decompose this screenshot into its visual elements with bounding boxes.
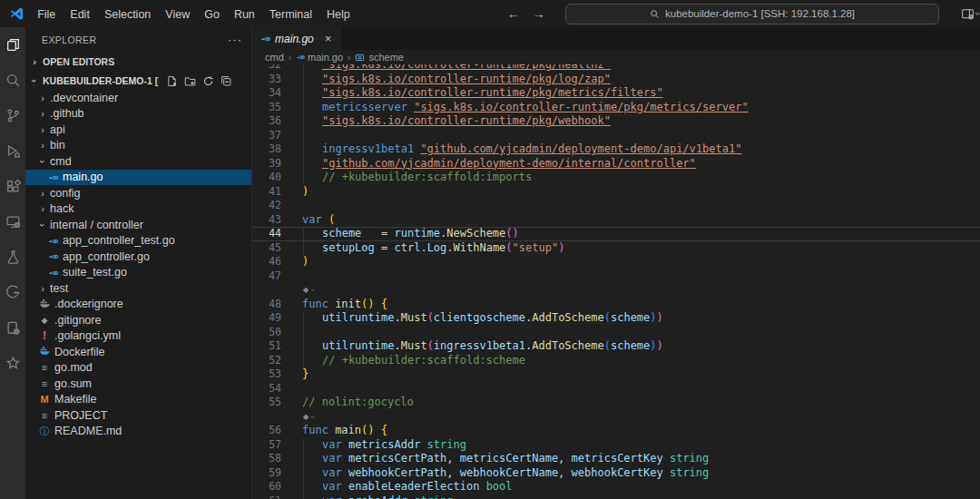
file-go-sum[interactable]: ≡go.sum [25, 376, 251, 392]
folder-label: test [50, 282, 68, 295]
activity-testing[interactable] [0, 240, 25, 275]
activity-tools[interactable] [0, 346, 25, 381]
folder-hack[interactable]: ›hack [25, 201, 251, 218]
code-line[interactable]: 43var ( [252, 213, 980, 228]
folder-config[interactable]: ›config [25, 185, 251, 201]
code-line[interactable]: 61var probeAddr string [252, 494, 980, 499]
makefile-icon: M [40, 394, 48, 405]
code-line[interactable]: 48func init() { [252, 298, 980, 312]
file-go-mod[interactable]: ≡go.mod [25, 360, 251, 377]
more-actions-icon[interactable]: ··· [228, 33, 242, 46]
menu-terminal[interactable]: Terminal [262, 5, 319, 24]
tab-main-go[interactable]: -∞ main.go × [252, 27, 341, 50]
file--gitignore[interactable]: ◆.gitignore [25, 312, 251, 328]
code-line[interactable]: 51utilruntime.Must(ingressv1beta1.AddToS… [252, 339, 980, 354]
file-label: .gitignore [54, 314, 101, 327]
code-line[interactable]: 46) [252, 255, 980, 269]
menu-go[interactable]: Go [197, 5, 227, 24]
file-project[interactable]: ≡PROJECT [25, 407, 251, 424]
code-line[interactable]: 35metricsserver "sigs.k8s.io/controller-… [252, 101, 980, 115]
line-number: 33 [252, 73, 281, 87]
breadcrumb-item-scheme[interactable]: scheme [355, 52, 404, 63]
new-folder-icon[interactable] [184, 75, 196, 87]
folder-test[interactable]: ›test [25, 280, 251, 297]
workspace-section-header[interactable]: › KUBEBUILDER-DEMO-1 [SSH: 1... [25, 72, 251, 90]
code-line[interactable]: 45setupLog = ctrl.Log.WithName("setup") [252, 241, 980, 256]
folder-bin[interactable]: ›bin [25, 138, 251, 154]
activity-extensions[interactable] [0, 169, 25, 204]
code-line[interactable]: 55// nolint:gocyclo [252, 396, 980, 410]
code-line[interactable]: 53} [252, 367, 980, 382]
layout-control[interactable]: › [961, 7, 980, 21]
activity-search[interactable] [0, 63, 25, 98]
file-label: go.mod [54, 361, 93, 374]
command-center[interactable]: kubebuilder-demo-1 [SSH: 192.168.1.28] [565, 4, 940, 24]
collapse-all-icon[interactable] [220, 75, 232, 87]
open-editors-section[interactable]: › OPEN EDITORS [25, 52, 251, 72]
code-line[interactable]: 42 [252, 199, 980, 213]
code-line[interactable]: 41) [252, 185, 980, 200]
menu-selection[interactable]: Selection [97, 5, 158, 24]
menu-edit[interactable]: Edit [63, 5, 97, 24]
open-editors-label: OPEN EDITORS [43, 56, 114, 67]
code-line[interactable]: 36"sigs.k8s.io/controller-runtime/pkg/we… [252, 114, 980, 129]
code-line[interactable]: 58var metricsCertPath, metricsCertName, … [252, 452, 980, 466]
activity-explorer[interactable] [0, 27, 25, 63]
activity-run-debug[interactable] [0, 133, 25, 169]
breadcrumb-item-cmd[interactable]: cmd [265, 52, 284, 63]
folder-cmd[interactable]: ›cmd [25, 153, 251, 170]
line-number: 43 [252, 213, 281, 228]
code-line[interactable]: 38ingressv1beta1 "github.com/yjcadmin/de… [252, 142, 980, 157]
file-main-go[interactable]: -∞main.go [25, 170, 251, 186]
activity-remote-explorer[interactable] [0, 204, 25, 240]
close-icon[interactable]: × [325, 32, 332, 45]
code-line[interactable]: 52// +kubebuilder:scaffold:scheme [252, 354, 980, 368]
go-file-icon: -∞ [296, 53, 304, 62]
codelens-decoration[interactable]: ◆› [252, 283, 980, 298]
activity-go[interactable] [0, 275, 25, 310]
code-editor[interactable]: 32"sigs.k8s.io/controller-runtime/pkg/he… [252, 64, 980, 499]
line-number: 59 [252, 466, 281, 481]
activity-source-control[interactable] [0, 98, 25, 133]
file-label: app_controller.go [63, 250, 150, 263]
folder-internal-controller[interactable]: ›internal / controller [25, 217, 251, 233]
activity-go-environment[interactable] [0, 310, 25, 346]
file-app-controller-test-go[interactable]: -∞app_controller_test.go [25, 233, 251, 250]
file--dockerignore[interactable]: .dockerignore [25, 297, 251, 313]
code-line[interactable]: 47 [252, 269, 980, 284]
code-line[interactable]: 54 [252, 382, 980, 396]
folder--devcontainer[interactable]: ›.devcontainer [25, 90, 251, 106]
code-line[interactable]: 60var enableLeaderElection bool [252, 480, 980, 494]
file-suite-test-go[interactable]: -∞suite_test.go [25, 265, 251, 281]
code-line[interactable]: 32"sigs.k8s.io/controller-runtime/pkg/he… [252, 64, 980, 73]
code-line[interactable]: 37 [252, 129, 980, 143]
menu-file[interactable]: File [30, 5, 63, 24]
code-line[interactable]: 49utilruntime.Must(clientgoscheme.AddToS… [252, 311, 980, 326]
codelens-decoration[interactable]: ◆› [252, 410, 980, 425]
file--golangci-yml[interactable]: !.golangci.yml [25, 328, 251, 345]
menu-view[interactable]: View [158, 5, 197, 24]
file-makefile[interactable]: MMakefile [25, 392, 251, 408]
code-line[interactable]: 56func main() { [252, 424, 980, 438]
code-line[interactable]: 50 [252, 326, 980, 340]
refresh-icon[interactable] [202, 75, 214, 87]
code-line[interactable]: 57var metricsAddr string [252, 438, 980, 453]
code-line[interactable]: 59var webhookCertPath, webhookCertName, … [252, 466, 980, 481]
folder--github[interactable]: ›.github [25, 106, 251, 122]
code-line[interactable]: 34"sigs.k8s.io/controller-runtime/pkg/me… [252, 86, 980, 101]
file-dockerfile[interactable]: Dockerfile [25, 344, 251, 360]
file-app-controller-go[interactable]: -∞app_controller.go [25, 249, 251, 265]
breadcrumb-item-main-go[interactable]: -∞main.go [296, 52, 343, 63]
forward-button[interactable]: → [533, 6, 545, 21]
menu-run[interactable]: Run [227, 5, 262, 24]
file-readme-md[interactable]: ⓘREADME.md [25, 424, 251, 440]
back-button[interactable]: ← [507, 6, 520, 21]
folder-api[interactable]: ›api [25, 122, 251, 138]
code-line[interactable]: 39"github.com/yjcadmin/deployment-demo/i… [252, 157, 980, 171]
code-line[interactable]: 44scheme = runtime.NewScheme() [252, 227, 980, 241]
code-line[interactable]: 33"sigs.k8s.io/controller-runtime/pkg/lo… [252, 73, 980, 87]
code-line[interactable]: 40// +kubebuilder:scaffold:imports [252, 171, 980, 185]
new-file-icon[interactable] [166, 75, 178, 87]
menu-help[interactable]: Help [319, 5, 358, 24]
folder-label: config [50, 187, 80, 200]
